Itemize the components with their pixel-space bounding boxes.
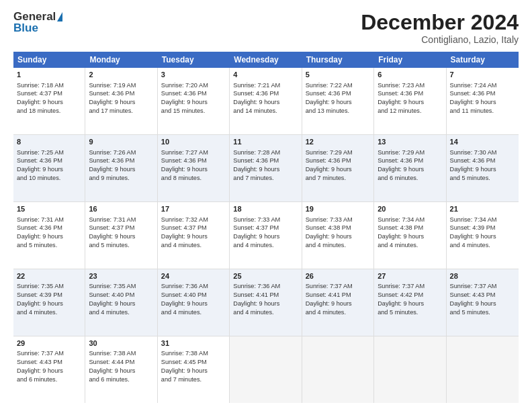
day-info: Daylight: 9 hours: [306, 232, 370, 241]
day-info: and 13 minutes.: [306, 107, 370, 116]
day-info: Daylight: 9 hours: [378, 232, 442, 241]
day-info: Sunrise: 7:34 AM: [450, 216, 515, 224]
calendar-cell: 13Sunrise: 7:29 AMSunset: 4:36 PMDayligh…: [374, 135, 446, 201]
page: General Blue December 2024 Contigliano, …: [0, 0, 532, 411]
day-info: and 15 minutes.: [161, 107, 226, 116]
day-header-sunday: Sunday: [13, 52, 85, 68]
day-number: 21: [450, 204, 515, 214]
calendar-cell: 5Sunrise: 7:22 AMSunset: 4:36 PMDaylight…: [302, 68, 374, 134]
day-info: Sunrise: 7:22 AM: [306, 81, 370, 90]
logo-triangle-icon: [57, 12, 62, 21]
day-info: Sunset: 4:36 PM: [161, 156, 226, 165]
day-number: 25: [233, 271, 298, 281]
calendar: SundayMondayTuesdayWednesdayThursdayFrid…: [13, 52, 519, 403]
day-info: Daylight: 9 hours: [233, 232, 298, 241]
day-number: 4: [233, 70, 298, 80]
calendar-cell: 27Sunrise: 7:37 AMSunset: 4:42 PMDayligh…: [374, 269, 446, 336]
day-info: and 4 minutes.: [233, 308, 298, 317]
day-number: 19: [306, 204, 370, 214]
day-info: Sunrise: 7:29 AM: [378, 148, 442, 157]
day-info: Sunrise: 7:35 AM: [89, 282, 153, 291]
day-info: Sunset: 4:36 PM: [161, 89, 226, 98]
day-number: 23: [89, 271, 153, 281]
calendar-cell: 18Sunrise: 7:33 AMSunset: 4:37 PMDayligh…: [230, 202, 302, 269]
calendar-cell: [230, 336, 302, 403]
day-info: Daylight: 9 hours: [450, 98, 515, 107]
calendar-cell: 19Sunrise: 7:33 AMSunset: 4:38 PMDayligh…: [302, 202, 374, 269]
logo: General Blue: [13, 11, 62, 34]
calendar-week-5: 29Sunrise: 7:37 AMSunset: 4:43 PMDayligh…: [13, 336, 519, 403]
calendar-week-4: 22Sunrise: 7:35 AMSunset: 4:39 PMDayligh…: [13, 269, 519, 336]
day-info: Sunrise: 7:36 AM: [233, 282, 298, 291]
day-number: 11: [233, 137, 298, 147]
day-info: Sunset: 4:36 PM: [306, 156, 370, 165]
day-number: 2: [89, 70, 153, 80]
day-info: Sunrise: 7:18 AM: [17, 81, 81, 90]
day-number: 12: [306, 137, 370, 147]
day-info: and 5 minutes.: [450, 308, 515, 317]
day-info: and 8 minutes.: [161, 174, 226, 183]
day-info: Sunrise: 7:35 AM: [17, 282, 81, 291]
calendar-cell: 20Sunrise: 7:34 AMSunset: 4:38 PMDayligh…: [374, 202, 446, 269]
calendar-cell: 30Sunrise: 7:38 AMSunset: 4:44 PMDayligh…: [85, 336, 157, 403]
day-info: and 4 minutes.: [161, 241, 226, 250]
day-info: and 17 minutes.: [89, 107, 153, 116]
day-info: Daylight: 9 hours: [306, 300, 370, 308]
day-info: Sunset: 4:38 PM: [378, 224, 442, 232]
day-info: Sunrise: 7:33 AM: [233, 216, 298, 224]
day-info: Sunset: 4:36 PM: [89, 156, 153, 165]
day-info: Sunrise: 7:37 AM: [306, 282, 370, 291]
day-info: Sunrise: 7:38 AM: [89, 349, 153, 358]
day-info: Sunrise: 7:34 AM: [378, 216, 442, 224]
day-info: and 7 minutes.: [306, 174, 370, 183]
day-info: Sunset: 4:36 PM: [17, 224, 81, 232]
day-info: and 9 minutes.: [89, 174, 153, 183]
day-number: 8: [17, 137, 81, 147]
calendar-cell: [302, 336, 374, 403]
day-info: Sunset: 4:43 PM: [450, 291, 515, 300]
day-info: Sunset: 4:37 PM: [161, 224, 226, 232]
day-info: Sunset: 4:37 PM: [89, 224, 153, 232]
calendar-cell: 29Sunrise: 7:37 AMSunset: 4:43 PMDayligh…: [13, 336, 85, 403]
day-info: Sunrise: 7:33 AM: [306, 216, 370, 224]
day-info: Sunset: 4:43 PM: [17, 358, 81, 367]
day-number: 3: [161, 70, 226, 80]
day-info: Daylight: 9 hours: [378, 98, 442, 107]
day-info: and 11 minutes.: [450, 107, 515, 116]
calendar-cell: 25Sunrise: 7:36 AMSunset: 4:41 PMDayligh…: [230, 269, 302, 336]
day-info: and 4 minutes.: [306, 241, 370, 250]
day-info: Sunrise: 7:26 AM: [89, 148, 153, 157]
day-info: Daylight: 9 hours: [89, 300, 153, 308]
day-info: and 6 minutes.: [378, 174, 442, 183]
header-right: December 2024 Contigliano, Lazio, Italy: [361, 11, 519, 45]
day-info: Sunset: 4:41 PM: [306, 291, 370, 300]
day-info: Sunset: 4:39 PM: [450, 224, 515, 232]
day-number: 1: [17, 70, 81, 80]
calendar-cell: 17Sunrise: 7:32 AMSunset: 4:37 PMDayligh…: [158, 202, 230, 269]
day-info: Sunset: 4:36 PM: [378, 89, 442, 98]
calendar-body: 1Sunrise: 7:18 AMSunset: 4:37 PMDaylight…: [13, 68, 519, 403]
calendar-cell: 23Sunrise: 7:35 AMSunset: 4:40 PMDayligh…: [85, 269, 157, 336]
day-info: Daylight: 9 hours: [17, 232, 81, 241]
day-info: Sunset: 4:37 PM: [17, 89, 81, 98]
day-info: and 4 minutes.: [306, 308, 370, 317]
calendar-cell: 12Sunrise: 7:29 AMSunset: 4:36 PMDayligh…: [302, 135, 374, 201]
calendar-cell: 9Sunrise: 7:26 AMSunset: 4:36 PMDaylight…: [85, 135, 157, 201]
day-info: Daylight: 9 hours: [89, 367, 153, 375]
calendar-cell: 3Sunrise: 7:20 AMSunset: 4:36 PMDaylight…: [158, 68, 230, 134]
day-info: Daylight: 9 hours: [89, 98, 153, 107]
day-info: Daylight: 9 hours: [89, 165, 153, 174]
day-info: and 7 minutes.: [233, 174, 298, 183]
day-info: and 7 minutes.: [161, 375, 226, 384]
day-info: Daylight: 9 hours: [450, 300, 515, 308]
day-info: Sunset: 4:42 PM: [378, 291, 442, 300]
day-info: Sunset: 4:40 PM: [89, 291, 153, 300]
day-number: 5: [306, 70, 370, 80]
day-info: Sunset: 4:36 PM: [378, 156, 442, 165]
day-number: 6: [378, 70, 442, 80]
month-title: December 2024: [361, 11, 519, 34]
calendar-week-2: 8Sunrise: 7:25 AMSunset: 4:36 PMDaylight…: [13, 135, 519, 202]
day-info: and 4 minutes.: [450, 241, 515, 250]
day-number: 17: [161, 204, 226, 214]
day-info: Sunset: 4:40 PM: [161, 291, 226, 300]
